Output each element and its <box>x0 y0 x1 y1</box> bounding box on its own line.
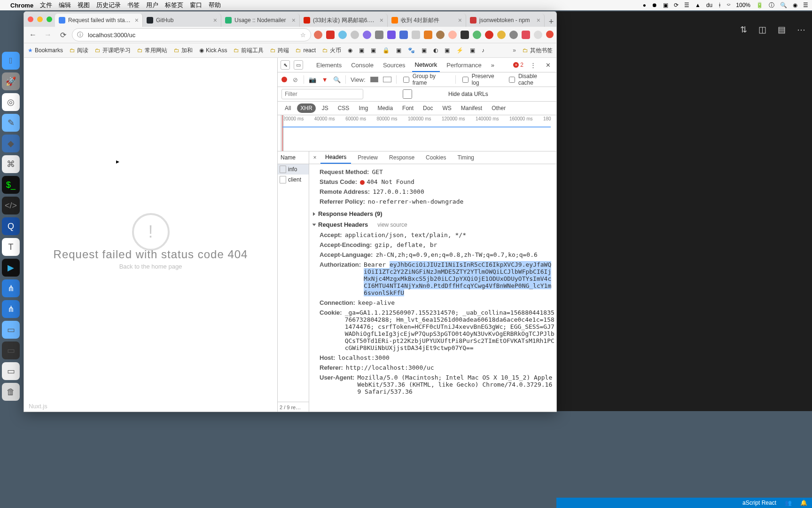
star-icon[interactable]: ☆ <box>300 32 306 39</box>
reload-button[interactable]: ⟳ <box>57 29 69 41</box>
status-language[interactable]: aScript React <box>742 500 776 506</box>
other-bookmarks[interactable]: 🗀其他书签 <box>523 47 553 55</box>
browser-tab[interactable]: Usage :: Nodemailer× <box>221 14 300 27</box>
type-media[interactable]: Media <box>374 103 396 113</box>
tab-network[interactable]: Network <box>412 58 440 72</box>
bookmark-item[interactable]: ▣ <box>359 47 364 54</box>
status-icon[interactable]: ⏺ <box>652 2 657 8</box>
type-js[interactable]: JS <box>319 103 332 113</box>
extension-icon[interactable] <box>363 31 371 39</box>
search-icon[interactable]: 🔍 <box>780 2 787 8</box>
request-headers-section[interactable]: Request Headersview source <box>313 221 554 228</box>
feedback-icon[interactable]: 👥 <box>785 500 792 506</box>
view-source-link[interactable]: view source <box>377 222 407 228</box>
large-rows-icon[interactable] <box>370 77 379 82</box>
detail-tab-timing[interactable]: Timing <box>453 152 479 163</box>
detail-tab-headers[interactable]: Headers <box>320 151 351 164</box>
tab-sources[interactable]: Sources <box>380 59 408 71</box>
back-home-link[interactable]: Back to the home page <box>24 263 277 270</box>
close-tab-icon[interactable]: × <box>135 17 139 24</box>
extension-icon[interactable] <box>326 31 335 39</box>
group-by-frame-checkbox[interactable]: Group by frame <box>401 73 451 86</box>
site-info-icon[interactable]: ⓘ <box>77 31 83 39</box>
extension-icon[interactable] <box>338 31 347 39</box>
menu-item-tabs[interactable]: 标签页 <box>165 1 183 9</box>
type-img[interactable]: Img <box>355 103 371 113</box>
dock-item-app[interactable]: ◆ <box>2 135 20 152</box>
dock-item-launchpad[interactable]: 🚀 <box>2 72 20 90</box>
devtools-menu-icon[interactable]: ⋮ <box>527 59 539 71</box>
preserve-log-checkbox[interactable]: Preserve log <box>461 73 502 86</box>
bookmark-item[interactable]: ▣ <box>396 47 401 54</box>
dock-item-vscode[interactable]: ⋔ <box>2 279 20 297</box>
bookmark-item[interactable]: ◉ <box>348 47 352 54</box>
extension-icon[interactable] <box>314 31 322 39</box>
new-tab-button[interactable]: + <box>545 17 557 27</box>
status-icon[interactable]: ⟳ <box>674 2 679 8</box>
close-tab-icon[interactable]: × <box>213 17 217 24</box>
extension-icon[interactable] <box>473 31 481 39</box>
tab-performance[interactable]: Performance <box>444 59 484 71</box>
browser-tab[interactable]: Request failed with statu…× <box>55 14 143 27</box>
bookmark-item[interactable]: ◉Kick Ass <box>199 47 227 54</box>
bookmark-item[interactable]: ▣ <box>470 47 475 54</box>
url-input[interactable] <box>87 31 297 39</box>
menu-item-file[interactable]: 文件 <box>40 1 52 9</box>
name-column-header[interactable]: Name <box>278 151 309 164</box>
status-icon[interactable]: ☰ <box>684 2 689 8</box>
record-button[interactable] <box>281 77 287 82</box>
url-box[interactable]: ⓘ ☆ <box>72 28 311 41</box>
close-window-button[interactable] <box>28 16 33 22</box>
tab-elements[interactable]: Elements <box>313 59 344 71</box>
dock-item-code[interactable]: </> <box>2 197 20 214</box>
dock-item-app[interactable]: ▶ <box>2 259 20 277</box>
bookmarks-label[interactable]: ★Bookmarks <box>28 47 63 54</box>
request-row[interactable]: info <box>278 164 309 175</box>
error-count[interactable]: ×2 <box>513 62 523 68</box>
extension-icon[interactable] <box>485 31 493 39</box>
maximize-window-button[interactable] <box>47 16 52 22</box>
close-tab-icon[interactable]: × <box>537 17 540 24</box>
dock-item-app[interactable]: T <box>2 238 20 256</box>
tabs-overflow[interactable]: » <box>488 59 497 71</box>
extension-icon[interactable] <box>351 31 359 39</box>
browser-tab[interactable]: 收到 4封新邮件× <box>388 14 466 27</box>
bookmark-item[interactable]: ▣ <box>422 47 427 54</box>
extension-icon[interactable] <box>448 31 457 39</box>
bookmark-folder[interactable]: 🗀常用网站 <box>137 47 167 55</box>
filter-icon[interactable]: ▼ <box>321 76 328 83</box>
disable-cache-checkbox[interactable]: Disable cache <box>507 73 553 86</box>
bookmark-folder[interactable]: 🗀开课吧学习 <box>95 47 131 55</box>
split-editor-icon[interactable]: ◫ <box>758 24 766 35</box>
dock-item-trash[interactable]: 🗑 <box>2 383 20 401</box>
device-mode-icon[interactable]: ▭ <box>294 60 303 70</box>
hide-data-urls-checkbox[interactable]: Hide data URLs <box>368 88 488 100</box>
type-manifest[interactable]: Manifest <box>458 103 485 113</box>
network-waterfall[interactable]: 20000 ms 40000 ms 60000 ms 80000 ms 1000… <box>278 115 556 151</box>
record-icon[interactable] <box>546 31 554 38</box>
app-name[interactable]: Chrome <box>10 2 33 9</box>
profile-icon[interactable] <box>534 31 542 39</box>
bookmark-item[interactable]: ▣ <box>445 47 450 54</box>
dock-item-app[interactable]: ✎ <box>2 114 20 132</box>
type-all[interactable]: All <box>281 103 294 113</box>
status-icon[interactable]: ● <box>643 2 646 8</box>
status-icon[interactable]: ▲ <box>695 2 701 8</box>
detail-tab-cookies[interactable]: Cookies <box>421 152 451 163</box>
dock-item-folder[interactable]: ▭ <box>2 362 20 380</box>
tab-console[interactable]: Console <box>348 59 376 71</box>
detail-tab-preview[interactable]: Preview <box>353 152 383 163</box>
extension-icon[interactable] <box>375 31 383 39</box>
menu-item-view[interactable]: 视图 <box>78 1 90 9</box>
search-icon[interactable]: 🔍 <box>333 76 341 83</box>
close-tab-icon[interactable]: × <box>458 17 462 24</box>
status-icon[interactable]: ▣ <box>663 2 668 8</box>
menu-item-bookmark[interactable]: 书签 <box>127 1 140 9</box>
bookmark-item[interactable]: ▣ <box>371 47 376 54</box>
type-font[interactable]: Font <box>399 103 417 113</box>
bookmarks-overflow[interactable]: » <box>513 47 516 54</box>
menu-item-window[interactable]: 窗口 <box>190 1 202 9</box>
browser-tab[interactable]: jsonwebtoken - npm× <box>466 14 545 27</box>
close-tab-icon[interactable]: × <box>292 17 296 24</box>
dock-item-folder[interactable]: ▭ <box>2 341 20 359</box>
